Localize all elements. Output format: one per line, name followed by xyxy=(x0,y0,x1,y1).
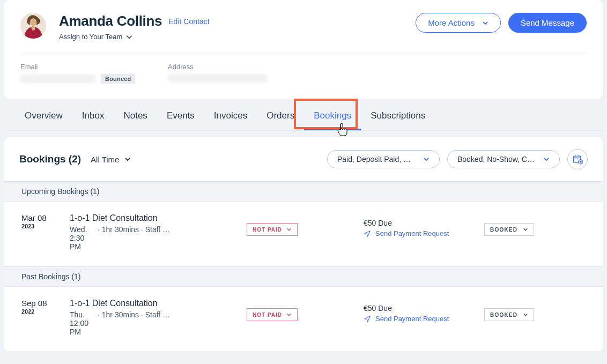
chevron-down-icon xyxy=(523,226,528,233)
tab-events[interactable]: Events xyxy=(157,103,204,130)
address-label: Address xyxy=(168,63,315,71)
past-section-header: Past Bookings (1) xyxy=(4,266,603,287)
tab-notes[interactable]: Notes xyxy=(114,103,157,130)
time-filter-label: All Time xyxy=(91,155,119,164)
tab-inbox[interactable]: Inbox xyxy=(72,103,114,130)
service-name: 1-o-1 Diet Consultation xyxy=(70,299,247,308)
payment-filter-label: Paid, Deposit Paid, … xyxy=(337,155,411,164)
payment-status-pill[interactable]: NOT PAID xyxy=(247,223,298,236)
service-time: 2:30 PM xyxy=(70,234,98,251)
booking-year: 2022 xyxy=(21,308,70,315)
contact-name: Amanda Collins xyxy=(59,13,162,29)
svg-point-2 xyxy=(32,25,35,31)
time-filter-dropdown[interactable]: All Time xyxy=(91,155,131,164)
more-actions-label: More Actions xyxy=(428,19,475,27)
more-actions-button[interactable]: More Actions xyxy=(416,13,501,33)
send-payment-request-link[interactable]: Send Payment Request xyxy=(364,229,484,237)
service-name: 1-o-1 Diet Consultation xyxy=(70,213,247,223)
chevron-down-icon xyxy=(423,156,430,162)
payment-filter-dropdown[interactable]: Paid, Deposit Paid, … xyxy=(327,150,440,168)
chevron-down-icon xyxy=(124,156,131,162)
assign-team-label: Assign to Your Team xyxy=(59,33,122,41)
new-booking-button[interactable] xyxy=(567,149,588,169)
send-message-button[interactable]: Send Message xyxy=(508,13,587,33)
service-meta: · 1hr 30mins · Staff … xyxy=(98,310,170,319)
assign-team-dropdown[interactable]: Assign to Your Team xyxy=(59,33,416,41)
amount-due: €50 Due xyxy=(364,304,484,313)
booking-row[interactable]: Sep 08 2022 1-o-1 Diet Consultation Thu.… xyxy=(4,287,603,352)
booking-status-label: BOOKED xyxy=(490,227,517,233)
chevron-down-icon xyxy=(482,20,488,26)
booking-status-pill[interactable]: BOOKED xyxy=(484,308,534,321)
booking-year: 2023 xyxy=(21,223,70,229)
address-value-redacted xyxy=(168,74,267,83)
tab-invoices[interactable]: Invoices xyxy=(204,103,257,130)
service-meta: · 1hr 30mins · Staff … xyxy=(98,225,170,234)
email-label: Email xyxy=(20,63,168,71)
payment-status-label: NOT PAID xyxy=(253,227,282,233)
tab-subscriptions[interactable]: Subscriptions xyxy=(361,103,435,130)
booking-status-pill[interactable]: BOOKED xyxy=(484,223,534,236)
service-time: 12:00 PM xyxy=(70,319,98,336)
booking-row[interactable]: Mar 08 2023 1-o-1 Diet Consultation Wed.… xyxy=(4,202,603,266)
service-day: Wed. xyxy=(70,225,98,234)
payment-status-pill[interactable]: NOT PAID xyxy=(247,308,298,321)
bookings-title: Bookings (2) xyxy=(19,153,81,165)
bounced-badge: Bounced xyxy=(101,74,135,84)
send-payment-request-link[interactable]: Send Payment Request xyxy=(364,315,484,323)
chevron-down-icon xyxy=(286,226,292,233)
chevron-down-icon xyxy=(523,311,528,318)
amount-due: €50 Due xyxy=(364,219,484,227)
booking-status-label: BOOKED xyxy=(490,312,517,318)
tab-overview[interactable]: Overview xyxy=(15,103,72,130)
send-icon xyxy=(364,230,371,237)
bookings-card: Bookings (2) All Time Paid, Deposit Paid… xyxy=(4,137,603,352)
send-icon xyxy=(364,315,371,323)
avatar[interactable] xyxy=(20,13,46,39)
status-filter-label: Booked, No-Show, C… xyxy=(457,155,535,164)
tab-orders[interactable]: Orders xyxy=(257,103,304,130)
payment-status-label: NOT PAID xyxy=(253,312,282,318)
contact-header-card: Amanda Collins Edit Contact Assign to Yo… xyxy=(4,0,603,99)
email-value-redacted xyxy=(20,75,95,83)
chevron-down-icon xyxy=(286,311,292,318)
edit-contact-link[interactable]: Edit Contact xyxy=(168,17,209,26)
send-payment-request-label: Send Payment Request xyxy=(375,229,449,237)
send-message-label: Send Message xyxy=(521,19,574,27)
status-filter-dropdown[interactable]: Booked, No-Show, C… xyxy=(447,150,560,168)
tabs-bar: Overview Inbox Notes Events Invoices Ord… xyxy=(4,99,603,130)
upcoming-section-header: Upcoming Bookings (1) xyxy=(4,181,603,202)
chevron-down-icon xyxy=(125,33,133,41)
booking-date: Sep 08 xyxy=(21,299,70,308)
booking-date: Mar 08 xyxy=(21,213,70,222)
calendar-plus-icon xyxy=(572,154,583,165)
chevron-down-icon xyxy=(543,156,550,162)
send-payment-request-label: Send Payment Request xyxy=(375,315,449,323)
tab-bookings[interactable]: Bookings xyxy=(304,103,361,130)
service-day: Thu. xyxy=(70,310,98,319)
